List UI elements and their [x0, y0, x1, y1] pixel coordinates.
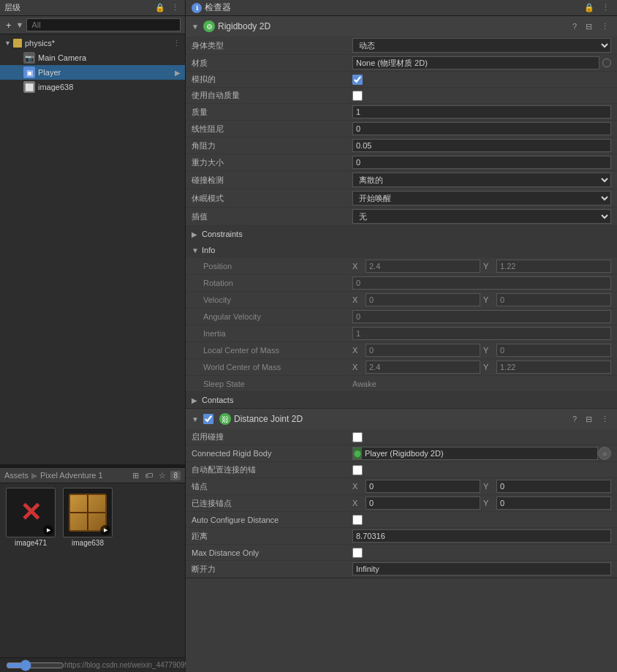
hierarchy-search-input[interactable]	[26, 18, 181, 31]
prop-label-rotation: Rotation	[192, 279, 352, 287]
contacts-section[interactable]: ▶ Contacts	[186, 392, 617, 408]
prop-value-auto-distance	[352, 515, 611, 525]
breadcrumb-pixel[interactable]: Pixel Adventure 1	[40, 471, 103, 480]
player-label: Player	[38, 68, 175, 77]
asset-item-image638-bottom[interactable]: ▶ image638	[61, 488, 114, 653]
linear-drag-input[interactable]	[352, 122, 611, 135]
watermark-text: https://blog.csdn.net/weixin_44779095	[64, 661, 189, 669]
constraints-section[interactable]: ▶ Constraints	[186, 226, 617, 242]
distancejoint2d-help-button[interactable]: ?	[570, 414, 579, 424]
simulated-checkbox[interactable]	[352, 75, 363, 85]
inspector-body: ▼ ⚙ Rigidbody 2D ? ⊟ ⋮ 身体类型 动态	[186, 16, 617, 672]
inspector-lock-button[interactable]: 🔒	[583, 2, 596, 13]
image638-icon: ⬜	[23, 81, 35, 93]
tree-item-physics[interactable]: ▼ physics* ⋮	[0, 36, 185, 50]
hierarchy-lock-button[interactable]: 🔒	[154, 2, 167, 13]
anchor-y-input[interactable]	[496, 480, 611, 493]
rigidbody2d-settings-button[interactable]: ⊟	[583, 21, 594, 32]
anchor-x-input[interactable]	[366, 480, 480, 493]
tree-item-image638[interactable]: ⬜ image638	[0, 80, 185, 94]
rotation-input[interactable]	[352, 276, 611, 290]
material-input[interactable]	[352, 56, 599, 69]
velocity-x-input[interactable]	[366, 293, 480, 306]
assets-tag-icon[interactable]: 🏷	[143, 470, 154, 480]
connected-body-input[interactable]	[361, 447, 598, 460]
tree-item-player[interactable]: ▣ Player ▶	[0, 65, 185, 80]
distancejoint2d-settings-button[interactable]: ⊟	[583, 414, 594, 425]
gravity-scale-input[interactable]	[352, 156, 611, 169]
rigidbody2d-component: ▼ ⚙ Rigidbody 2D ? ⊟ ⋮ 身体类型 动态	[186, 16, 617, 409]
prop-label-simulated: 模拟的	[192, 74, 352, 85]
angular-velocity-input[interactable]	[352, 310, 611, 323]
enable-collision-checkbox[interactable]	[352, 432, 363, 442]
inspector-menu-button[interactable]: ⋮	[600, 2, 611, 13]
distancejoint2d-header[interactable]: ▼ ⛓ Distance Joint 2D ? ⊟ ⋮	[186, 409, 617, 429]
auto-distance-checkbox[interactable]	[352, 515, 363, 525]
prop-label-material: 材质	[192, 58, 352, 69]
rigidbody2d-menu-button[interactable]: ⋮	[599, 21, 611, 32]
world-com-y-input[interactable]	[496, 360, 611, 374]
max-distance-only-checkbox[interactable]	[352, 548, 363, 558]
assets-grid-icon[interactable]: ⊞	[131, 470, 140, 481]
distance-input[interactable]	[352, 529, 611, 543]
position-x-input[interactable]	[366, 260, 480, 273]
prop-value-sleep-state: Awake	[352, 380, 611, 388]
prop-mass: 质量	[186, 104, 617, 121]
tree-item-main-camera[interactable]: 📷 Main Camera	[0, 50, 185, 65]
body-type-select[interactable]: 动态	[352, 38, 611, 53]
prop-value-enable-collision	[352, 432, 611, 442]
anchor-x-label: X	[352, 482, 363, 491]
rigidbody2d-help-button[interactable]: ?	[570, 21, 579, 31]
prop-label-mass: 质量	[192, 107, 352, 118]
asset-play-button-2[interactable]: ▶	[100, 525, 110, 535]
prop-position: Position X Y	[186, 258, 617, 275]
prop-velocity: Velocity X Y	[186, 292, 617, 309]
hierarchy-add-button[interactable]: +	[4, 20, 13, 31]
local-com-x-input[interactable]	[366, 344, 480, 357]
prop-label-interpolate: 插值	[192, 211, 352, 222]
prop-value-anchor: X Y	[352, 480, 611, 493]
connected-anchor-y-input[interactable]	[496, 497, 611, 510]
mass-input[interactable]	[352, 105, 611, 118]
prop-value-linear-drag	[352, 122, 611, 135]
prop-value-rotation	[352, 276, 611, 290]
collision-detection-select[interactable]: 离散的	[352, 173, 611, 187]
breadcrumb-assets[interactable]: Assets	[4, 471, 29, 480]
distancejoint2d-menu-button[interactable]: ⋮	[599, 414, 611, 425]
local-com-x-label: X	[352, 346, 363, 355]
info-section[interactable]: ▼ Info	[186, 242, 617, 258]
break-force-input[interactable]	[352, 562, 611, 575]
local-com-y-input[interactable]	[496, 344, 611, 357]
position-x-label: X	[352, 262, 363, 271]
prop-label-body-type: 身体类型	[192, 40, 352, 51]
connected-body-select-button[interactable]: ○	[598, 447, 611, 460]
rigidbody2d-header[interactable]: ▼ ⚙ Rigidbody 2D ? ⊟ ⋮	[186, 16, 617, 37]
position-y-input[interactable]	[496, 260, 611, 273]
hierarchy-menu-button[interactable]: ⋮	[170, 2, 181, 13]
prop-connected-body: Connected Rigid Body ⬤ ○	[186, 445, 617, 462]
physics-menu-icon[interactable]: ⋮	[173, 39, 181, 48]
prop-label-sleep-mode: 休眠模式	[192, 193, 352, 204]
angular-drag-input[interactable]	[352, 139, 611, 152]
connected-anchor-x-input[interactable]	[366, 497, 480, 510]
world-com-x-input[interactable]	[366, 360, 480, 374]
interpolate-select[interactable]: 无	[352, 209, 611, 224]
auto-mass-checkbox[interactable]	[352, 91, 363, 101]
prop-label-world-com: World Center of Mass	[192, 363, 352, 371]
assets-star-icon[interactable]: ☆	[157, 470, 167, 481]
velocity-y-input[interactable]	[496, 293, 611, 306]
player-arrow-right: ▶	[175, 69, 181, 77]
sleep-mode-select[interactable]: 开始唤醒	[352, 191, 611, 205]
distancejoint2d-enabled-checkbox[interactable]	[203, 414, 213, 424]
camera-icon: 📷	[23, 52, 35, 64]
asset-play-button[interactable]: ▶	[43, 525, 53, 535]
zoom-slider[interactable]	[6, 661, 64, 670]
inertia-input[interactable]	[352, 327, 611, 340]
anchor-y-label: Y	[483, 482, 493, 491]
asset-item-image471[interactable]: ✕ ▶ image471	[4, 488, 57, 653]
material-picker[interactable]	[602, 58, 611, 67]
local-com-y-label: Y	[483, 346, 493, 355]
auto-anchor-checkbox[interactable]	[352, 465, 363, 475]
bottom-status-bar: https://blog.csdn.net/weixin_44779095	[0, 657, 185, 672]
prop-label-distance: 距离	[192, 531, 352, 542]
